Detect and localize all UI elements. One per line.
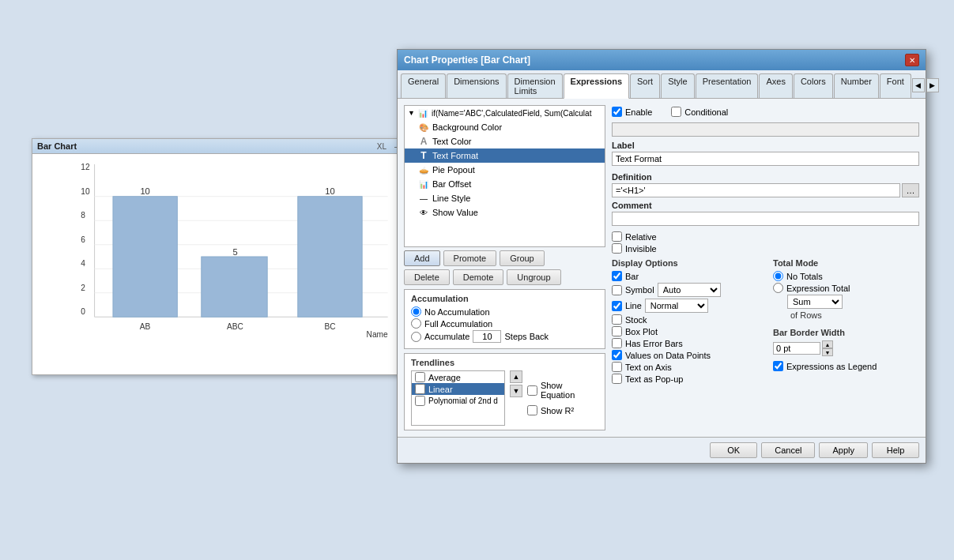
tree-show-value-label: Show Value: [432, 208, 478, 217]
bar-border-spin-down[interactable]: ▼: [822, 348, 833, 356]
tab-nav-left[interactable]: ◀: [912, 78, 925, 92]
apply-button[interactable]: Apply: [819, 442, 868, 458]
line-select[interactable]: Normal: [645, 299, 708, 313]
window-xl-btn[interactable]: XL: [375, 142, 389, 151]
show-equation-checkbox[interactable]: [527, 385, 537, 396]
no-accumulation-radio[interactable]: [411, 306, 421, 317]
tab-style[interactable]: Style: [661, 73, 694, 98]
text-as-popup-label: Text as Pop-up: [625, 374, 683, 384]
accumulate-row: Accumulate Steps Back: [411, 330, 598, 343]
trendlines-title: Trendlines: [411, 358, 598, 367]
trendlines-section: Trendlines Average Linear: [404, 353, 605, 430]
relative-checkbox[interactable]: [612, 231, 622, 242]
text-on-axis-checkbox[interactable]: [612, 362, 622, 372]
ungroup-button[interactable]: Ungroup: [507, 269, 560, 285]
text-as-popup-checkbox[interactable]: [612, 374, 622, 384]
tab-sort[interactable]: Sort: [630, 73, 660, 98]
show-r2-checkbox[interactable]: [527, 405, 537, 415]
conditional-input-row: [612, 122, 919, 137]
stock-checkbox[interactable]: [612, 314, 622, 325]
trendlines-list[interactable]: Average Linear Polynomial of 2nd d: [411, 370, 505, 426]
help-button[interactable]: Help: [872, 442, 919, 458]
comment-input[interactable]: [612, 212, 919, 226]
error-bars-checkbox[interactable]: [612, 338, 622, 348]
tab-expressions[interactable]: Expressions: [564, 73, 629, 99]
tab-colors[interactable]: Colors: [794, 73, 833, 98]
tree-root-item[interactable]: ▼ 📊 if(Name='ABC',CalculatedField, Sum(C…: [405, 106, 605, 120]
tab-general[interactable]: General: [401, 73, 446, 98]
accumulation-section: Accumulation No Accumulation Full Accumu…: [404, 289, 605, 349]
close-button[interactable]: ✕: [905, 54, 919, 66]
bar-border-width-input[interactable]: [773, 342, 820, 355]
tab-dimensions[interactable]: Dimensions: [447, 73, 506, 98]
dialog-titlebar: Chart Properties [Bar Chart] ✕: [398, 50, 926, 70]
tree-show-value[interactable]: 👁 Show Value: [405, 205, 605, 220]
trend-linear-label: Linear: [428, 385, 453, 394]
relative-row: Relative: [612, 231, 919, 242]
tab-axes[interactable]: Axes: [759, 73, 792, 98]
tabs-bar: General Dimensions Dimension Limits Expr…: [398, 70, 926, 99]
expressions-as-legend-checkbox[interactable]: [773, 361, 783, 371]
boxplot-checkbox[interactable]: [612, 326, 622, 336]
expression-tree[interactable]: ▼ 📊 if(Name='ABC',CalculatedField, Sum(C…: [404, 105, 605, 247]
tab-nav-right[interactable]: ▶: [926, 78, 939, 92]
main-row: ▼ 📊 if(Name='ABC',CalculatedField, Sum(C…: [404, 105, 919, 430]
tree-text-color-label: Text Color: [432, 137, 472, 146]
accumulate-radio[interactable]: [411, 332, 421, 342]
expression-total-radio[interactable]: [773, 283, 783, 293]
show-value-icon: 👁: [417, 207, 430, 218]
cancel-button[interactable]: Cancel: [761, 442, 815, 458]
symbol-checkbox[interactable]: [612, 285, 622, 295]
demote-button[interactable]: Demote: [453, 269, 504, 285]
values-on-data-points-checkbox[interactable]: [612, 350, 622, 360]
tree-background-color[interactable]: 🎨 Background Color: [405, 120, 605, 134]
bar-checkbox[interactable]: [612, 271, 622, 281]
full-accumulation-radio[interactable]: [411, 318, 421, 329]
display-options-box: Display Options Bar Symbol Auto: [612, 258, 767, 385]
expressions-as-legend-label: Expressions as Legend: [786, 362, 877, 371]
enable-checkbox[interactable]: [612, 107, 622, 117]
trend-average[interactable]: Average: [412, 371, 504, 383]
tree-text-format[interactable]: T Text Format: [405, 148, 605, 163]
group-button[interactable]: Group: [500, 250, 545, 266]
no-totals-radio[interactable]: [773, 271, 783, 281]
relative-label: Relative: [625, 232, 657, 242]
tree-bar-offset[interactable]: 📊 Bar Offset: [405, 177, 605, 191]
trend-polynomial-checkbox[interactable]: [415, 396, 425, 406]
tree-text-color[interactable]: A Text Color: [405, 134, 605, 148]
no-totals-row: No Totals: [773, 271, 919, 281]
enable-label: Enable: [625, 107, 652, 117]
sum-select[interactable]: Sum: [787, 295, 843, 309]
line-style-icon: —: [417, 193, 430, 204]
symbol-select[interactable]: Auto: [658, 283, 721, 297]
conditional-input[interactable]: [612, 122, 919, 137]
trendlines-scroll-up[interactable]: ▲: [510, 370, 522, 383]
definition-input[interactable]: [612, 183, 900, 197]
bar-border-spin-btns: ▲ ▼: [822, 340, 833, 356]
svg-text:10: 10: [140, 186, 149, 196]
conditional-checkbox[interactable]: [671, 107, 681, 117]
trend-polynomial[interactable]: Polynomial of 2nd d: [412, 395, 504, 407]
tab-number[interactable]: Number: [834, 73, 879, 98]
steps-back-input[interactable]: [473, 330, 501, 343]
tree-line-style[interactable]: — Line Style: [405, 191, 605, 205]
label-input[interactable]: [612, 152, 919, 166]
add-button[interactable]: Add: [404, 250, 440, 266]
trend-average-checkbox[interactable]: [415, 372, 425, 382]
trend-linear-checkbox[interactable]: [415, 384, 425, 394]
definition-ellipsis-btn[interactable]: …: [902, 183, 919, 197]
tab-presentation[interactable]: Presentation: [696, 73, 759, 98]
trend-linear[interactable]: Linear: [412, 383, 504, 395]
promote-button[interactable]: Promote: [443, 250, 497, 266]
svg-text:12: 12: [81, 163, 90, 171]
trendlines-scroll-down[interactable]: ▼: [510, 385, 522, 397]
tab-dimension-limits[interactable]: Dimension Limits: [507, 73, 563, 98]
tab-font[interactable]: Font: [880, 73, 911, 98]
bar-border-spin-up[interactable]: ▲: [822, 340, 833, 348]
invisible-checkbox[interactable]: [612, 243, 622, 254]
delete-button[interactable]: Delete: [404, 269, 450, 285]
line-checkbox[interactable]: [612, 301, 622, 311]
tree-expand-icon: ▼: [408, 109, 415, 117]
tree-pie-popout[interactable]: 🥧 Pie Popout: [405, 163, 605, 177]
ok-button[interactable]: OK: [710, 442, 757, 458]
